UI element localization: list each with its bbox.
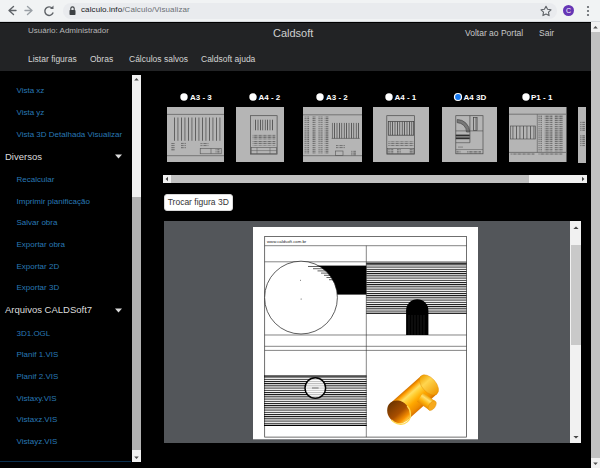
svg-text:www.caldsoft.com.br: www.caldsoft.com.br: [267, 239, 307, 244]
